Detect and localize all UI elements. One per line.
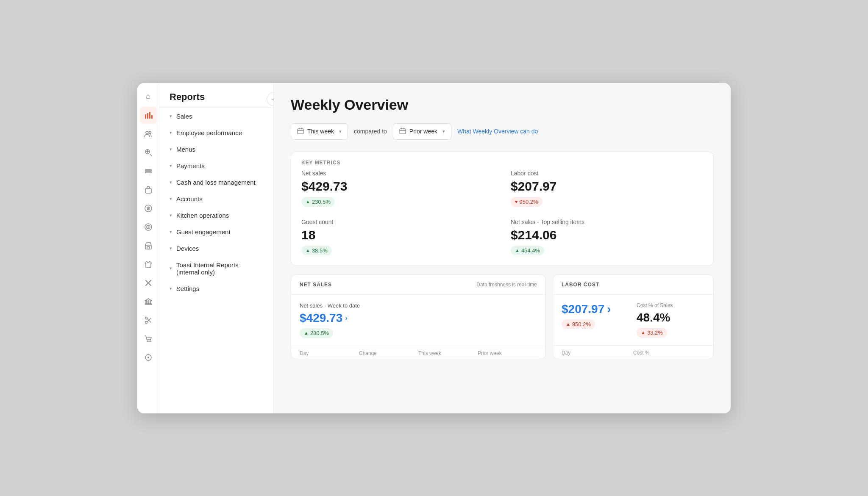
metric-badge: ♥ 950.2%	[511, 197, 542, 207]
svg-point-5	[149, 131, 151, 133]
svg-rect-2	[149, 112, 150, 119]
svg-rect-14	[145, 245, 151, 249]
this-week-dropdown[interactable]: This week ▾	[291, 123, 348, 140]
net-sales-value[interactable]: $429.73 ›	[300, 311, 537, 325]
net-sales-content: Net sales - Week to date $429.73 › ▲ 230…	[291, 295, 545, 346]
net-sales-card: NET SALES Data freshness is real-time Ne…	[291, 274, 546, 359]
sidebar-title: Reports	[159, 83, 273, 108]
week-to-date-label: Net sales - Week to date	[300, 302, 537, 309]
chevron-icon: ▾	[170, 130, 172, 136]
value-text: $429.73	[300, 311, 342, 325]
net-sales-badge: ▲ 230.5%	[300, 328, 333, 338]
up-arrow-icon: ▲	[304, 330, 309, 335]
svg-rect-8	[145, 172, 151, 173]
key-metrics-card: KEY METRICS Net sales $429.73 ▲ 230.5% L…	[291, 152, 714, 266]
sidebar-item-guest-engagement[interactable]: ▾ Guest engagement	[159, 224, 273, 240]
scissors-icon[interactable]	[140, 312, 157, 329]
sidebar-item-menus[interactable]: ▾ Menus	[159, 141, 273, 158]
svg-point-22	[147, 341, 148, 342]
users-icon[interactable]	[140, 125, 157, 142]
prior-week-label: Prior week	[409, 128, 437, 135]
sidebar-item-toast-internal[interactable]: ▾ Toast Internal Reports (internal only)	[159, 257, 273, 280]
sidebar-item-label: Accounts	[176, 195, 203, 202]
sidebar-item-cash-loss[interactable]: ▾ Cash and loss management	[159, 174, 273, 191]
calendar-icon	[399, 127, 406, 136]
chart-icon[interactable]	[140, 107, 157, 124]
svg-point-13	[147, 226, 149, 227]
metric-top-selling: Net sales - Top selling items $214.06 ▲ …	[511, 219, 703, 255]
sidebar-item-label: Sales	[176, 113, 192, 120]
metric-value: $214.06	[511, 228, 703, 242]
x-icon[interactable]	[140, 274, 157, 291]
nav-sidebar: Reports ‹ ▾ Sales ▾ Employee performance…	[159, 83, 274, 413]
dollar-icon[interactable]	[140, 200, 157, 217]
bottom-grid: NET SALES Data freshness is real-time Ne…	[291, 274, 714, 368]
metric-label: Labor cost	[511, 170, 703, 177]
metric-badge: ▲ 454.4%	[511, 246, 544, 255]
sidebar-item-accounts[interactable]: ▾ Accounts	[159, 191, 273, 207]
metric-badge: ▲ 38.5%	[301, 246, 332, 255]
svg-rect-18	[150, 301, 151, 304]
labor-main-value[interactable]: $207.97 ›	[562, 302, 630, 316]
bank-icon[interactable]	[140, 293, 157, 310]
chevron-icon: ▾	[170, 246, 172, 251]
metric-label: Net sales	[301, 170, 494, 177]
chevron-icon: ▾	[170, 229, 172, 235]
down-arrow-icon: ▲	[566, 321, 570, 327]
help-link[interactable]: What Weekly Overview can do	[457, 128, 538, 135]
svg-rect-26	[298, 129, 303, 134]
sidebar-item-sales[interactable]: ▾ Sales	[159, 108, 273, 125]
svg-rect-7	[145, 169, 151, 171]
sidebar-item-employee-performance[interactable]: ▾ Employee performance	[159, 125, 273, 141]
col-day: Day	[300, 350, 359, 356]
sidebar-item-label: Cash and loss management	[176, 179, 256, 186]
badge-text: 950.2%	[572, 321, 591, 327]
circle-icon[interactable]	[140, 349, 157, 366]
up-arrow-icon: ▲	[306, 199, 310, 204]
sidebar-item-label: Menus	[176, 146, 195, 153]
col-change: Change	[359, 350, 418, 356]
svg-point-4	[146, 131, 148, 134]
sidebar-item-payments[interactable]: ▾ Payments	[159, 158, 273, 174]
col-this-week: This week	[418, 350, 478, 356]
this-week-label: This week	[307, 128, 334, 135]
sidebar-item-settings[interactable]: ▾ Settings	[159, 280, 273, 297]
chevron-icon: ▾	[170, 266, 172, 271]
tools-icon[interactable]	[140, 163, 157, 180]
metric-label: Net sales - Top selling items	[511, 219, 703, 225]
sidebar-item-devices[interactable]: ▾ Devices	[159, 240, 273, 257]
store-icon[interactable]	[140, 237, 157, 254]
metric-labor-cost: Labor cost $207.97 ♥ 950.2%	[511, 170, 703, 207]
labor-badge: ▲ 950.2%	[562, 319, 595, 329]
bag-icon[interactable]	[140, 181, 157, 198]
svg-rect-1	[147, 113, 148, 119]
metric-badge: ▲ 230.5%	[301, 197, 335, 207]
badge-text: 950.2%	[520, 199, 538, 205]
home-icon[interactable]: ⌂	[140, 88, 157, 105]
svg-point-23	[150, 341, 151, 342]
cart-icon[interactable]	[140, 330, 157, 347]
sidebar-item-kitchen-ops[interactable]: ▾ Kitchen operations	[159, 207, 273, 224]
svg-rect-9	[145, 188, 151, 193]
sidebar-item-label: Guest engagement	[176, 228, 231, 236]
target-icon[interactable]	[140, 219, 157, 236]
svg-rect-19	[145, 304, 152, 305]
key-metrics-title: KEY METRICS	[291, 152, 713, 170]
prior-week-dropdown[interactable]: Prior week ▾	[393, 123, 451, 140]
col-prior-week: Prior week	[478, 350, 537, 356]
shirt-icon[interactable]	[140, 256, 157, 273]
net-sales-title: NET SALES	[300, 282, 332, 288]
svg-rect-17	[148, 301, 149, 304]
dropdown-arrow-icon: ▾	[339, 129, 342, 134]
badge-text: 230.5%	[310, 330, 329, 336]
col-day: Day	[562, 350, 633, 356]
chevron-icon: ▾	[170, 163, 172, 169]
chevron-icon: ▾	[170, 147, 172, 152]
search-users-icon[interactable]	[140, 144, 157, 161]
sidebar-item-label: Toast Internal Reports (internal only)	[176, 261, 263, 276]
chevron-icon: ▾	[170, 114, 172, 119]
svg-rect-15	[147, 247, 150, 249]
metric-value: $429.73	[301, 179, 494, 194]
labor-cost-card: LABOR COST $207.97 › ▲ 950.2%	[553, 274, 714, 359]
svg-rect-3	[151, 115, 153, 119]
